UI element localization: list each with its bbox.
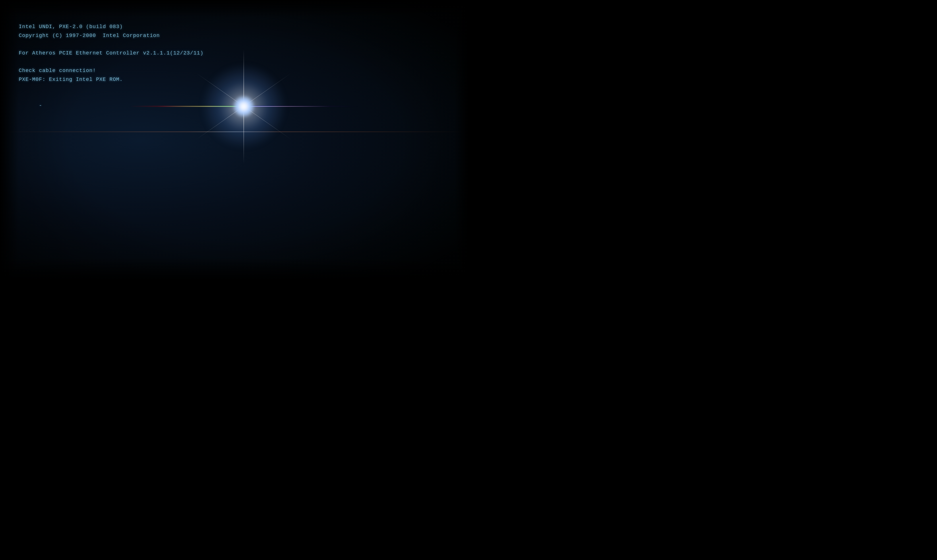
flare-glow <box>201 63 287 149</box>
flare-ray-diagonal2 <box>197 74 291 139</box>
scan-line <box>0 132 468 132</box>
terminal-blank-2 <box>18 57 203 66</box>
flare-ray-vertical <box>243 49 244 164</box>
screen: Intel UNDI, PXE-2.0 (build 083) Copyrigh… <box>0 0 468 280</box>
terminal-line-1: Intel UNDI, PXE-2.0 (build 083) <box>18 22 203 31</box>
terminal-line-4: Check cable connection! <box>18 66 203 75</box>
terminal-blank-1 <box>18 40 203 49</box>
terminal-blank-3 <box>18 84 203 93</box>
bezel-top <box>0 0 468 17</box>
terminal-cursor-line: - <box>18 93 203 119</box>
terminal-line-3: For Atheros PCIE Ethernet Controller v2.… <box>18 49 203 58</box>
terminal-line-2: Copyright (C) 1997-2000 Intel Corporatio… <box>18 31 203 40</box>
terminal-content: Intel UNDI, PXE-2.0 (build 083) Copyrigh… <box>18 22 203 119</box>
bezel-bottom <box>0 258 468 280</box>
flare-core <box>232 95 255 118</box>
flare-ray-diagonal1 <box>197 74 291 139</box>
cursor-char: - <box>39 103 42 108</box>
bezel-left <box>0 0 18 280</box>
bezel-right <box>455 0 468 280</box>
terminal-line-5: PXE-M0F: Exiting Intel PXE ROM. <box>18 75 203 84</box>
